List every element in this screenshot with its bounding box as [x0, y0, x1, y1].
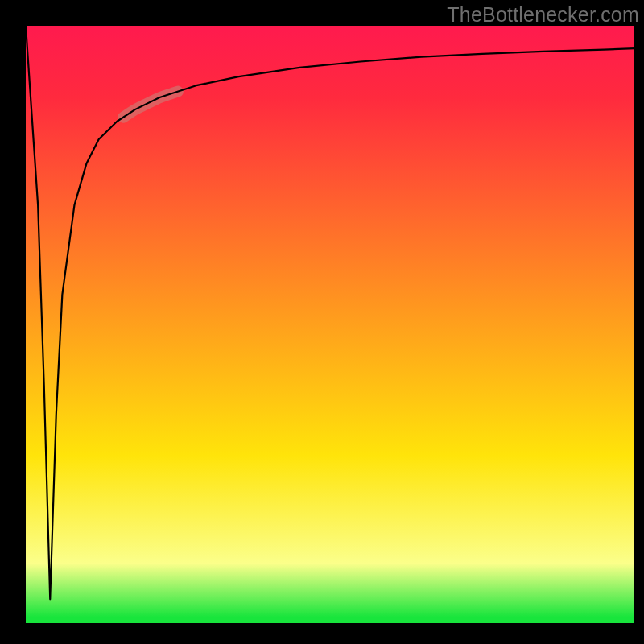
curve-svg [26, 26, 634, 623]
watermark-text: TheBottlenecker.com [447, 3, 639, 27]
chart-stage: TheBottlenecker.com [0, 0, 644, 644]
highlight-segment [123, 92, 178, 118]
bottleneck-curve [26, 26, 634, 599]
plot-area [26, 26, 634, 623]
